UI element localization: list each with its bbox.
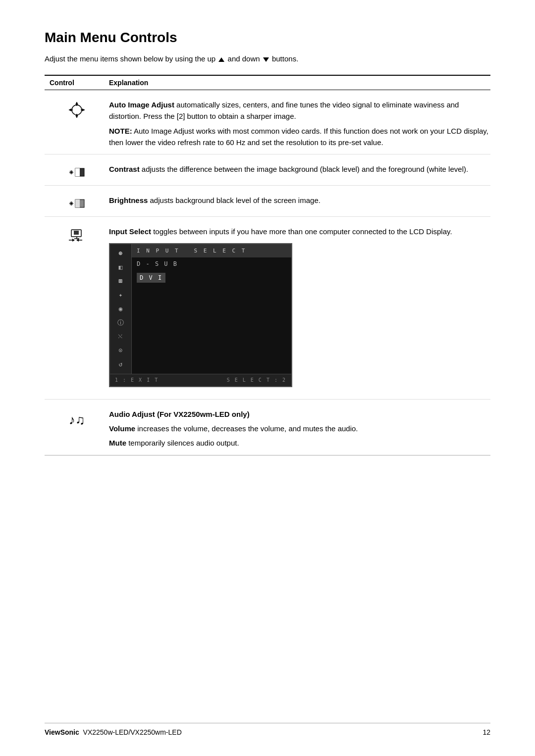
brightness-text: Brightness adjusts background black leve… <box>109 195 490 206</box>
svg-marker-7 <box>69 108 71 111</box>
brightness-icon <box>68 197 85 210</box>
auto-image-adjust-icon <box>68 101 86 119</box>
page-container: Main Menu Controls Adjust the menu items… <box>0 0 535 495</box>
osd-title-bar: I N P U T S E L E C T <box>132 244 291 257</box>
audio-adjust-icon-cell: ♪♫ <box>45 408 109 428</box>
osd-bottom-bar: 1 : E X I T S E L E C T : 2 <box>110 374 291 386</box>
osd-icon-4: ✦ <box>115 290 126 301</box>
osd-icon-1: ⊕ <box>115 248 126 259</box>
table-body: Auto Image Adjust automatically sizes, c… <box>45 90 490 455</box>
osd-footer-right: S E L E C T : 2 <box>227 376 286 384</box>
footer-brand: ViewSonic <box>45 728 79 736</box>
audio-adjust-icon: ♪♫ <box>68 410 86 428</box>
osd-footer-left: 1 : E X I T <box>115 376 159 384</box>
osd-icon-6: ⓘ <box>115 317 126 328</box>
osd-icon-3: ⊞ <box>115 276 126 287</box>
table-row: Input Select toggles between inputs if y… <box>45 217 490 400</box>
footer-brand-model: ViewSonic VX2250w-LED/VX2250wm-LED <box>45 728 182 736</box>
osd-left-icons: ⊕ ◧ ⊞ ✦ ◉ ⓘ ⛌ ⊙ ↺ <box>110 244 132 374</box>
table-row: ♪♫ Audio Adjust (For VX2250wm-LED only) … <box>45 400 490 455</box>
svg-point-0 <box>72 105 82 115</box>
svg-rect-14 <box>75 168 80 176</box>
svg-text:♪♫: ♪♫ <box>69 412 85 427</box>
footer-page-number: 12 <box>482 728 490 736</box>
input-select-icon <box>68 228 85 244</box>
brightness-icon-cell <box>45 195 109 210</box>
table-row: Contrast adjusts the difference between … <box>45 154 490 186</box>
svg-marker-6 <box>75 115 78 118</box>
svg-marker-28 <box>76 239 79 242</box>
arrow-down-icon <box>263 57 269 62</box>
osd-icon-7: ⛌ <box>115 331 126 342</box>
svg-marker-26 <box>72 239 75 242</box>
footer-model: VX2250w-LED/VX2250wm-LED <box>81 728 182 736</box>
col-control-header: Control <box>45 79 109 87</box>
osd-right-content: I N P U T S E L E C T D - S U B D V I <box>132 244 291 374</box>
input-select-icon-cell <box>45 226 109 244</box>
col-explanation-header: Explanation <box>109 79 490 87</box>
table-row: Auto Image Adjust automatically sizes, c… <box>45 90 490 154</box>
contrast-icon-cell <box>45 163 109 179</box>
svg-marker-8 <box>82 108 85 111</box>
osd-empty-space <box>132 285 291 344</box>
intro-text: Adjust the menu items shown below by usi… <box>45 54 490 63</box>
input-select-text: Input Select toggles between inputs if y… <box>109 226 490 393</box>
osd-option-dsub: D - S U B <box>132 257 291 271</box>
page-footer: ViewSonic VX2250w-LED/VX2250wm-LED 12 <box>45 723 490 736</box>
svg-marker-5 <box>75 102 78 104</box>
osd-icon-2: ◧ <box>115 262 126 273</box>
arrow-up-icon <box>218 57 224 62</box>
osd-dvi-highlighted: D V I <box>137 273 165 283</box>
svg-rect-22 <box>74 231 79 235</box>
osd-menu: ⊕ ◧ ⊞ ✦ ◉ ⓘ ⛌ ⊙ ↺ I N P U T S E L E C T <box>109 243 292 387</box>
table-header: Control Explanation <box>45 75 490 90</box>
table-row: Brightness adjusts background black leve… <box>45 186 490 217</box>
auto-image-adjust-text: Auto Image Adjust automatically sizes, c… <box>109 99 490 148</box>
audio-adjust-text: Audio Adjust (For VX2250wm-LED only) Vol… <box>109 408 490 449</box>
osd-menu-inner: ⊕ ◧ ⊞ ✦ ◉ ⓘ ⛌ ⊙ ↺ I N P U T S E L E C T <box>110 244 291 374</box>
osd-icon-5: ◉ <box>115 303 126 314</box>
osd-icon-9: ↺ <box>115 359 126 370</box>
page-title: Main Menu Controls <box>45 30 490 46</box>
osd-icon-8: ⊙ <box>115 345 126 356</box>
svg-rect-20 <box>75 200 80 207</box>
auto-image-adjust-icon-cell <box>45 99 109 119</box>
contrast-text: Contrast adjusts the difference between … <box>109 163 490 175</box>
osd-option-dvi: D V I <box>132 271 291 285</box>
contrast-icon <box>68 165 85 179</box>
